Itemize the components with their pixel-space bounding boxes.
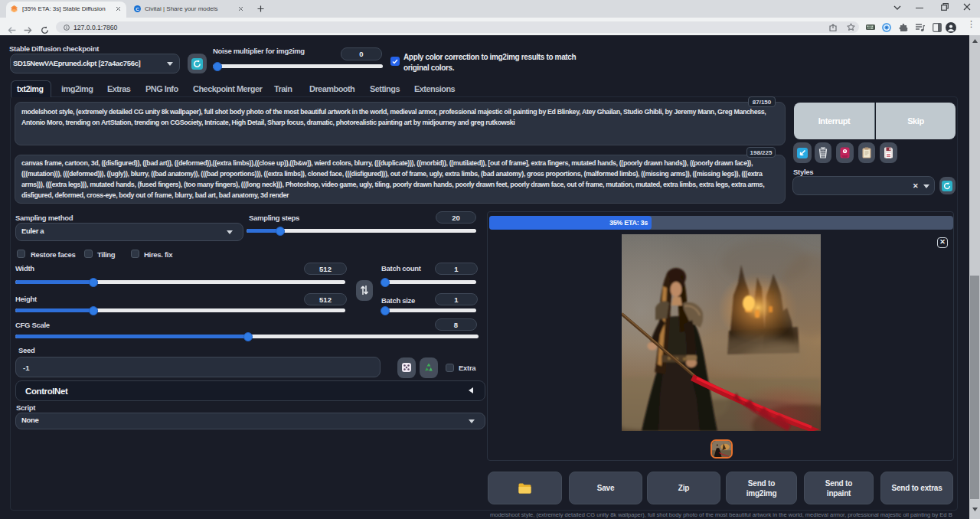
svg-text:C: C xyxy=(136,6,139,11)
